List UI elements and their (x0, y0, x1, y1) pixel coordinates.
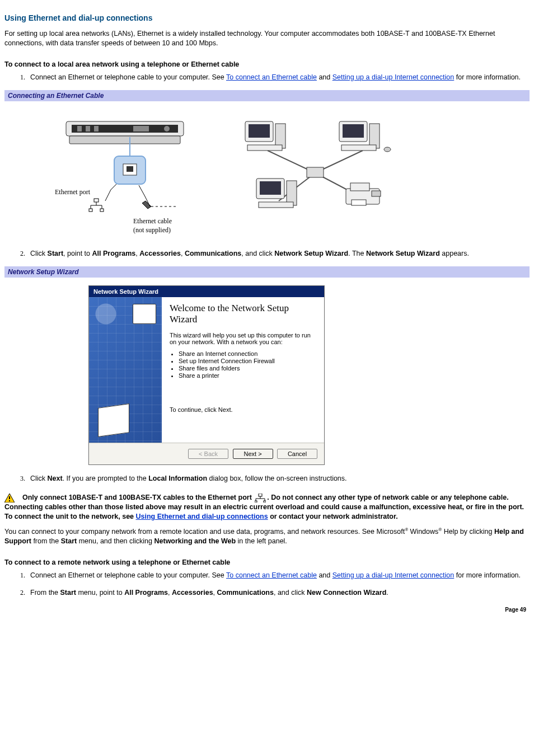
wizard-bullet: Share a printer (179, 372, 316, 379)
wizard-main: Welcome to the Network Setup Wizard This… (162, 297, 324, 443)
next-button[interactable]: Next > (233, 449, 273, 459)
figure-caption-ethernet: Connecting an Ethernet Cable (4, 90, 530, 101)
t-cable2: (not supplied) (133, 226, 171, 234)
figure-network-wizard: Network Setup Wizard Welcome to the Netw… (4, 282, 530, 471)
lan-step-3: Click Next. If you are prompted to the L… (27, 474, 530, 483)
intro-paragraph: For setting up local area networks (LANs… (4, 29, 530, 48)
b: Communications (185, 250, 241, 257)
svg-rect-31 (369, 124, 380, 148)
b: Accessories (172, 589, 213, 597)
t: from the (31, 537, 61, 545)
step-text: and (317, 73, 332, 81)
remote-step-2: From the Start menu, point to All Progra… (27, 588, 530, 598)
b: Start (60, 589, 76, 597)
wizard-bullet: Set up Internet Connection Firewall (179, 358, 316, 364)
wizard-heading: Welcome to the Network Setup Wizard (170, 303, 316, 325)
t: . (386, 589, 388, 597)
warn-text: Only connect 10BASE-T and 100BASE-TX cab… (22, 494, 254, 501)
step-text: Connect an Ethernet or telephone cable t… (30, 73, 226, 81)
t: menu, point to (76, 589, 124, 597)
wizard-titlebar: Network Setup Wizard (89, 286, 324, 297)
back-button: < Back (188, 449, 228, 459)
svg-rect-51 (264, 501, 266, 503)
remote-step-1: Connect an Ethernet or telephone cable t… (27, 571, 530, 580)
b: Local Information (148, 475, 207, 482)
lan-steps-list-2: Click Start, point to All Programs, Acce… (4, 249, 530, 259)
subheading-remote: To connect to a remote network using a t… (4, 558, 530, 566)
svg-rect-5 (94, 126, 99, 132)
link-dialup-setup[interactable]: Setting up a dial-up Internet connection (332, 73, 455, 81)
b: Network Setup Wizard (274, 250, 348, 257)
t: dialog box, follow the on-screen instruc… (207, 475, 346, 482)
svg-rect-43 (9, 496, 10, 499)
remote-intro-paragraph: You can connect to your company network … (4, 527, 530, 546)
link-dialup-setup-2[interactable]: Setting up a dial-up Internet connection (332, 571, 455, 579)
page-number: Page 49 (4, 605, 530, 613)
monitor-icon (133, 304, 156, 324)
b: Network Setup Wizard (366, 250, 440, 257)
lan-step-2: Click Start, point to All Programs, Acce… (27, 249, 530, 259)
book-icon (98, 403, 129, 437)
t: Help by clicking (442, 528, 494, 536)
svg-rect-39 (350, 183, 369, 191)
svg-rect-24 (307, 167, 324, 177)
svg-rect-45 (259, 494, 262, 496)
t: menu, and then clicking (77, 537, 154, 545)
step-text: for more information. (454, 73, 521, 81)
link-connect-ethernet-2[interactable]: To connect an Ethernet cable (226, 571, 317, 579)
svg-rect-26 (249, 124, 270, 138)
svg-point-7 (164, 126, 170, 132)
t: , (213, 589, 217, 597)
svg-rect-30 (343, 124, 364, 138)
svg-rect-27 (275, 124, 285, 148)
lan-steps-list: Connect an Ethernet or telephone cable t… (4, 73, 530, 82)
svg-rect-32 (341, 145, 376, 151)
t: , point to (63, 250, 92, 257)
t: You can connect to your company network … (4, 528, 405, 536)
cancel-button[interactable]: Cancel (277, 449, 317, 459)
b: Next (48, 475, 63, 482)
wizard-bullet: Share an Internet connection (179, 350, 316, 357)
page-title: Using Ethernet and dial-up connections (4, 13, 530, 22)
t: From the (30, 589, 60, 597)
b: Start (61, 537, 77, 545)
t-cable1: Ethernet cable (133, 217, 172, 225)
svg-rect-17 (89, 209, 92, 212)
b: New Connection Wizard (307, 589, 386, 597)
link-using-ethernet-dialup[interactable]: Using Ethernet and dial-up connections (136, 513, 268, 520)
svg-rect-50 (255, 501, 257, 503)
link-connect-ethernet[interactable]: To connect an Ethernet cable (226, 73, 317, 81)
svg-rect-18 (100, 209, 104, 212)
t: appears. (440, 250, 469, 257)
svg-rect-4 (86, 126, 90, 132)
svg-point-33 (384, 147, 391, 152)
b: Accessories (139, 250, 181, 257)
lan-steps-list-3: Click Next. If you are prompted to the L… (4, 474, 530, 483)
svg-rect-35 (260, 181, 281, 195)
subheading-lan: To connect to a local area network using… (4, 60, 530, 68)
svg-rect-1 (69, 136, 180, 144)
wizard-continue: To continue, click Next. (170, 384, 316, 413)
lan-step-1: Connect an Ethernet or telephone cable t… (27, 73, 530, 82)
b: Networking and the Web (154, 537, 236, 545)
warning-icon (4, 494, 15, 503)
figure-ethernet-cable: Ethernet port Ethernet cable (not suppli… (4, 106, 530, 246)
svg-rect-11 (127, 166, 133, 172)
figure-caption-wizard: Network Setup Wizard (4, 266, 530, 278)
t: Click (30, 250, 48, 257)
remote-steps-list: Connect an Ethernet or telephone cable t… (4, 571, 530, 598)
b: All Programs (92, 250, 135, 257)
laptop-ethernet-illustration: Ethernet port Ethernet cable (not suppli… (55, 111, 206, 240)
t: , and click (241, 250, 274, 257)
wizard-window: Network Setup Wizard Welcome to the Netw… (88, 285, 325, 465)
b: All Programs (124, 589, 168, 597)
svg-rect-28 (247, 145, 282, 151)
t: Windows (408, 528, 438, 536)
svg-rect-12 (94, 199, 99, 202)
wizard-bullet: Share files and folders (179, 365, 316, 372)
wizard-bullets: Share an Internet connection Set up Inte… (179, 350, 316, 379)
t-port: Ethernet port (55, 188, 91, 196)
b: Communications (217, 589, 274, 597)
svg-rect-3 (77, 126, 82, 132)
t: for more information. (454, 571, 521, 579)
